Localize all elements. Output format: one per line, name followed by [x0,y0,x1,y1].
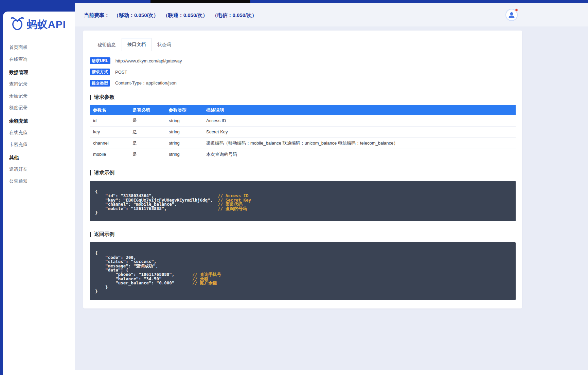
request-info-row-2: 提交类型Content-Type：application/json [90,80,516,87]
logo-text: 蚂蚁API [27,18,66,32]
info-value-1: POST [115,70,127,75]
table-cell-1-1: 是 [129,126,165,137]
table-cell-1-3: Secret Key [203,126,516,137]
params-section-title: 请求参数 [90,94,516,100]
response-example-title: 返回示例 [90,231,516,238]
response-example-code-9: } [95,289,98,294]
rate-item-0: （移动：0.050/次） [114,12,159,19]
params-table: 参数名是否必填参数类型描述说明 id是stringAccess IDkey是st… [90,105,516,160]
info-value-0: http://www.dkym.com/api/gateway [115,58,182,63]
sidebar-group-header-1: 数据管理 [3,65,75,78]
table-cell-3-3: 本次查询的号码 [203,149,516,160]
table-row-2: channel是string渠道编码（移动编码：mobile_balance 联… [90,137,516,149]
rate-item-1: （联通：0.050/次） [163,12,208,19]
notification-dot [515,8,518,12]
page-root: 蚂蚁API 首页面板在线查询数据管理查询记录余额记录额度记录余额充值在线充值卡密… [0,0,588,375]
table-cell-3-0: mobile [90,149,129,160]
request-example-comment-4: // 查询的号码 [218,207,247,211]
params-col-header-3: 描述说明 [203,105,516,115]
sidebar-item-2-1[interactable]: 卡密充值 [3,138,75,150]
sidebar: 蚂蚁API 首页面板在线查询数据管理查询记录余额记录额度记录余额充值在线充值卡密… [3,12,75,375]
rate-item-2: （电信：0.050/次） [212,12,257,19]
table-cell-1-0: key [90,126,129,137]
top-black-bar [150,0,250,3]
params-col-header-1: 是否必填 [129,105,165,115]
params-col-header-0: 参数名 [90,105,129,115]
response-example-code: { "code": 200, "status": "success", "mes… [90,242,516,300]
table-cell-3-1: 是 [129,149,165,160]
response-example-line-3: "message": "查询成功", [95,264,510,268]
response-example-line-7: "user_balance": "0.000" // 账户余额 [95,281,510,285]
rate-list: 当前费率： （移动：0.050/次）（联通：0.050/次）（电信：0.050/… [84,12,257,19]
table-cell-0-3: Access ID [203,115,516,126]
sidebar-item-1-2[interactable]: 额度记录 [3,102,75,114]
logo[interactable]: 蚂蚁API [3,12,75,36]
params-col-header-2: 参数类型 [165,105,203,115]
table-row-1: key是stringSecret Key [90,126,516,137]
request-info-row-0: 请求URLhttp://www.dkym.com/api/gateway [90,57,516,64]
sidebar-group-header-2: 余额充值 [3,114,75,127]
tab-2[interactable]: 状态码 [152,38,177,51]
request-example-code-5: } [95,211,98,215]
ant-logo-icon [10,16,25,33]
table-cell-3-2: string [165,149,203,160]
info-badge-2: 提交类型 [90,80,110,87]
response-example-line-8: } [95,285,510,290]
tab-content: 请求URLhttp://www.dkym.com/api/gateway请求方式… [83,51,522,300]
response-example-line-0: { [95,251,510,256]
page-bottom-strip [75,370,588,375]
tab-0[interactable]: 秘钥信息 [92,38,122,51]
sidebar-item-2-0[interactable]: 在线充值 [3,127,75,138]
request-example-line-4: "mobile": "18611768888", // 查询的号码 [95,207,510,211]
tab-1[interactable]: 接口文档 [122,38,152,51]
request-example-code: { "id": "3138034364", // Access ID "key"… [90,181,516,222]
response-example-code-7: "user_balance": "0.000" [95,281,192,285]
info-value-2: Content-Type：application/json [115,80,177,86]
tab-bar: 秘钥信息接口文档状态码 [83,38,522,51]
response-example-line-9: } [95,289,510,294]
window-top-frame [0,0,588,3]
sidebar-item-0-1[interactable]: 在线查询 [3,53,75,65]
sidebar-group-header-3: 其他 [3,150,75,163]
request-example-title: 请求示例 [90,170,516,176]
table-cell-1-2: string [165,126,203,137]
sidebar-item-1-0[interactable]: 查询记录 [3,78,75,90]
request-example-code-4: "mobile": "18611768888", [95,207,218,211]
response-example-comment-7: // 账户余额 [192,281,217,285]
section-bar [90,170,91,175]
table-cell-2-3: 渠道编码（移动编码：mobile_balance 联通编码：unicom_bal… [203,137,516,149]
response-example-line-1: "code": 200, [95,256,510,260]
window-left-frame [0,0,3,375]
table-cell-0-0: id [90,115,129,126]
info-badge-1: 请求方式 [90,69,110,75]
request-info-list: 请求URLhttp://www.dkym.com/api/gateway请求方式… [90,57,516,87]
table-cell-0-1: 是 [129,115,165,126]
content-card: 秘钥信息接口文档状态码 请求URLhttp://www.dkym.com/api… [83,31,522,308]
sidebar-item-0-0[interactable]: 首页面板 [3,41,75,53]
section-bar [90,95,91,100]
table-cell-2-0: channel [90,137,129,149]
table-row-3: mobile是string本次查询的号码 [90,149,516,160]
params-table-header-row: 参数名是否必填参数类型描述说明 [90,105,516,115]
table-cell-2-2: string [165,137,203,149]
sidebar-menu: 首页面板在线查询数据管理查询记录余额记录额度记录余额充值在线充值卡密充值其他邀请… [3,36,75,187]
user-avatar-button[interactable] [505,9,518,21]
section-bar [90,232,91,237]
table-row-0: id是stringAccess ID [90,115,516,126]
request-info-row-1: 请求方式POST [90,69,516,75]
table-cell-0-2: string [165,115,203,126]
info-badge-0: 请求URL [90,57,110,64]
sidebar-item-1-1[interactable]: 余额记录 [3,90,75,102]
table-cell-2-1: 是 [129,137,165,149]
rate-label: 当前费率： [84,12,109,19]
sidebar-item-3-0[interactable]: 邀请好友 [3,163,75,175]
sidebar-item-3-1[interactable]: 公告通知 [3,175,75,187]
request-example-line-5: } [95,211,510,215]
